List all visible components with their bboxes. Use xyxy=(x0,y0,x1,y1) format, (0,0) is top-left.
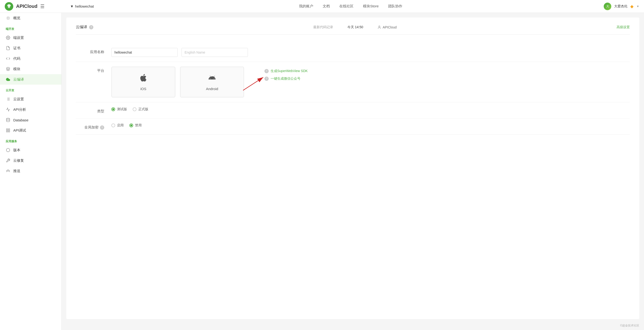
svg-marker-3 xyxy=(6,67,10,69)
sidebar-section-app-services: 应用服务 xyxy=(0,136,61,145)
sidebar-api-analytics-label: API分析 xyxy=(13,107,26,112)
disable-label: 禁用 xyxy=(135,123,142,128)
community-text: ©超金技术社区 xyxy=(620,324,639,327)
sidebar-item-cloud-repair[interactable]: 云修复 xyxy=(0,155,61,166)
generate-wechat-option[interactable]: ? 一键生成微信公众号 xyxy=(264,77,308,81)
encrypt-help-icon[interactable]: ? xyxy=(100,125,104,130)
wechat-help-icon[interactable]: ? xyxy=(264,77,269,81)
user-icon xyxy=(378,25,381,29)
main-layout: ⊡ 概览 端开发 端设置 证书 代码 模块 xyxy=(0,13,644,330)
advanced-settings-link[interactable]: 高级设置 xyxy=(616,25,630,29)
sidebar-item-version[interactable]: 版本 xyxy=(0,145,61,155)
logo-icon xyxy=(5,2,13,11)
platform-cards: iOS Android xyxy=(111,67,244,97)
android-card[interactable]: Android xyxy=(180,67,244,97)
android-label: Android xyxy=(206,87,218,91)
test-version-radio-circle xyxy=(111,107,115,111)
svg-point-10 xyxy=(6,118,10,120)
community-footer: ©超金技术社区 xyxy=(620,323,639,328)
nav-community[interactable]: 在线社区 xyxy=(339,4,354,9)
type-content: 测试版 正式版 xyxy=(111,107,630,111)
sidebar-item-overview[interactable]: ⊡ 概览 xyxy=(0,13,61,23)
database-icon xyxy=(6,118,10,122)
sidebar-cloud-compile-label: 云编译 xyxy=(13,77,24,82)
compile-title-area: 云编译 ? xyxy=(76,25,93,30)
sidebar-modules-label: 模块 xyxy=(13,67,20,71)
nav-right: 大 大爱杰伦 ◆ ▼ xyxy=(604,3,639,10)
sidebar-database-label: Database xyxy=(13,118,28,122)
nav-my-account[interactable]: 我的账户 xyxy=(299,4,313,9)
code-icon xyxy=(6,56,10,61)
sidebar-item-cloud-compile[interactable]: 云编译 xyxy=(0,74,61,85)
repair-icon xyxy=(6,158,10,163)
side-options: ? 生成SuperWebView SDK ? 一键生成微信公众号 xyxy=(264,69,308,81)
app-name-english-input[interactable] xyxy=(182,48,248,57)
disable-radio-circle xyxy=(129,124,133,127)
sidebar-section-cloud: 云开发 xyxy=(0,85,61,94)
sidebar-api-test-label: API调试 xyxy=(13,128,26,133)
generate-sdk-link[interactable]: 生成SuperWebView SDK xyxy=(270,69,308,73)
generate-wechat-link[interactable]: 一键生成微信公众号 xyxy=(270,77,300,81)
app-name-chinese-input[interactable] xyxy=(111,48,178,57)
sidebar-item-api-analytics[interactable]: API分析 xyxy=(0,104,61,115)
svg-rect-14 xyxy=(6,131,8,132)
cloud-compile-icon xyxy=(6,77,10,82)
logo-text: APICloud xyxy=(16,4,38,9)
sidebar-item-api-test[interactable]: API调试 xyxy=(0,125,61,136)
compile-help-icon[interactable]: ? xyxy=(89,25,93,29)
sidebar-push-label: 推送 xyxy=(13,169,20,173)
android-icon xyxy=(208,73,216,84)
svg-point-15 xyxy=(379,26,380,27)
sidebar-item-push[interactable]: 推送 xyxy=(0,166,61,176)
test-version-radio[interactable]: 测试版 xyxy=(111,107,127,111)
project-selector[interactable]: ▼ hellowechat xyxy=(66,4,98,8)
compile-header: 云编译 ? 最新代码记录 今天 14:50 APICloud 高级设置 xyxy=(76,25,630,35)
avatar: 大 xyxy=(604,3,611,10)
nav-docs[interactable]: 文档 xyxy=(323,4,330,9)
version-icon xyxy=(6,148,10,152)
encrypt-content: 启用 禁用 xyxy=(111,123,630,128)
user-name: 大爱杰伦 xyxy=(614,4,628,9)
sdk-help-icon[interactable]: ? xyxy=(264,69,269,73)
disable-radio[interactable]: 禁用 xyxy=(129,123,142,128)
sidebar-item-cloud-settings[interactable]: 云设置 xyxy=(0,94,61,104)
sidebar-cert-label: 证书 xyxy=(13,46,20,51)
compile-user: APICloud xyxy=(378,25,397,29)
user-dropdown-arrow[interactable]: ▼ xyxy=(636,5,639,8)
sidebar-item-code[interactable]: 代码 xyxy=(0,53,61,64)
push-icon xyxy=(6,169,10,173)
ios-icon xyxy=(139,73,148,84)
encrypt-radio-group: 启用 禁用 xyxy=(111,123,142,128)
svg-line-17 xyxy=(243,77,263,90)
sidebar-section-client: 端开发 xyxy=(0,23,61,33)
app-name-row: 应用名称 xyxy=(76,43,630,62)
official-version-radio[interactable]: 正式版 xyxy=(133,107,148,111)
main-content: 云编译 ? 最新代码记录 今天 14:50 APICloud 高级设置 xyxy=(62,13,644,330)
settings-icon xyxy=(6,35,10,40)
sidebar-item-database[interactable]: Database xyxy=(0,115,61,125)
sidebar-overview-label: 概览 xyxy=(13,16,20,20)
analytics-icon xyxy=(6,107,10,112)
encrypt-label: 全局加密 xyxy=(84,125,98,130)
nav-modules[interactable]: 模块Store xyxy=(363,4,379,9)
generate-sdk-option[interactable]: ? 生成SuperWebView SDK xyxy=(264,69,308,73)
sidebar-item-cert[interactable]: 证书 xyxy=(0,43,61,53)
platform-label: 平台 xyxy=(76,67,104,73)
type-row: 类型 测试版 正式版 xyxy=(76,102,630,119)
ios-label: iOS xyxy=(140,87,146,91)
svg-point-1 xyxy=(8,7,10,8)
enable-radio[interactable]: 启用 xyxy=(111,123,124,128)
enable-radio-circle xyxy=(111,124,115,127)
modules-icon xyxy=(6,67,10,71)
hamburger-icon[interactable]: ☰ xyxy=(40,4,44,9)
sidebar-item-modules[interactable]: 模块 xyxy=(0,64,61,74)
side-options-area: ? 生成SuperWebView SDK ? 一键生成微信公众号 xyxy=(255,69,308,81)
ios-card[interactable]: iOS xyxy=(111,67,175,97)
sidebar-item-settings[interactable]: 端设置 xyxy=(0,33,61,43)
sidebar-cloud-repair-label: 云修复 xyxy=(13,158,24,163)
diamond-icon: ◆ xyxy=(630,4,634,9)
svg-rect-13 xyxy=(8,131,10,132)
nav-team[interactable]: 团队协作 xyxy=(388,4,402,9)
type-label: 类型 xyxy=(76,107,104,114)
latest-code-label: 最新代码记录 xyxy=(313,25,333,29)
